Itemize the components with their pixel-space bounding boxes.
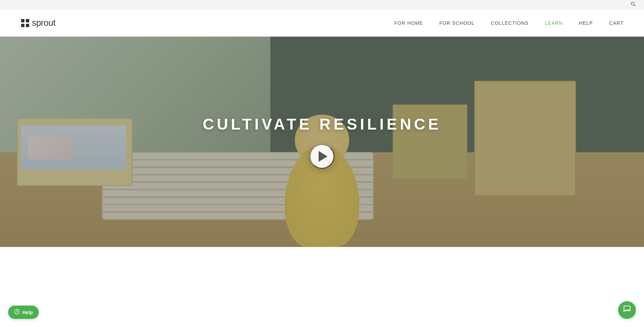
help-button[interactable]: ? Help <box>8 306 39 319</box>
hero-section: CULTIVATE RESILIENCE <box>0 37 644 247</box>
main-nav: FOR HOME FOR SCHOOL COLLECTIONS LEARN HE… <box>394 20 624 26</box>
nav-item-collections[interactable]: COLLECTIONS <box>491 20 529 26</box>
nav-item-for-home[interactable]: FOR HOME <box>394 20 423 26</box>
nav-item-for-school[interactable]: FOR SCHOOL <box>439 20 475 26</box>
chat-icon <box>623 305 631 315</box>
header: sprout FOR HOME FOR SCHOOL COLLECTIONS L… <box>0 9 644 37</box>
help-label: Help <box>22 310 33 315</box>
hero-title: CULTIVATE RESILIENCE <box>203 115 441 133</box>
svg-rect-3 <box>26 19 29 22</box>
below-hero-section <box>0 247 644 315</box>
logo[interactable]: sprout <box>20 18 55 28</box>
svg-rect-2 <box>21 19 24 22</box>
logo-icon <box>20 18 30 28</box>
svg-rect-5 <box>26 24 29 27</box>
search-icon[interactable] <box>630 1 636 8</box>
chat-button[interactable] <box>618 301 636 319</box>
nav-item-learn[interactable]: LEARN <box>545 20 562 26</box>
help-icon: ? <box>14 309 20 315</box>
brand-name: sprout <box>32 18 55 28</box>
svg-rect-4 <box>21 24 24 27</box>
svg-line-1 <box>634 5 635 6</box>
bottom-partial <box>0 315 644 327</box>
svg-text:?: ? <box>16 310 18 314</box>
play-button[interactable] <box>310 144 334 169</box>
nav-item-help[interactable]: HELP <box>579 20 593 26</box>
top-bar <box>0 0 644 9</box>
nav-item-cart[interactable]: CART <box>609 20 624 26</box>
hero-content: CULTIVATE RESILIENCE <box>0 37 644 247</box>
play-icon <box>319 151 327 162</box>
svg-point-0 <box>631 2 634 5</box>
